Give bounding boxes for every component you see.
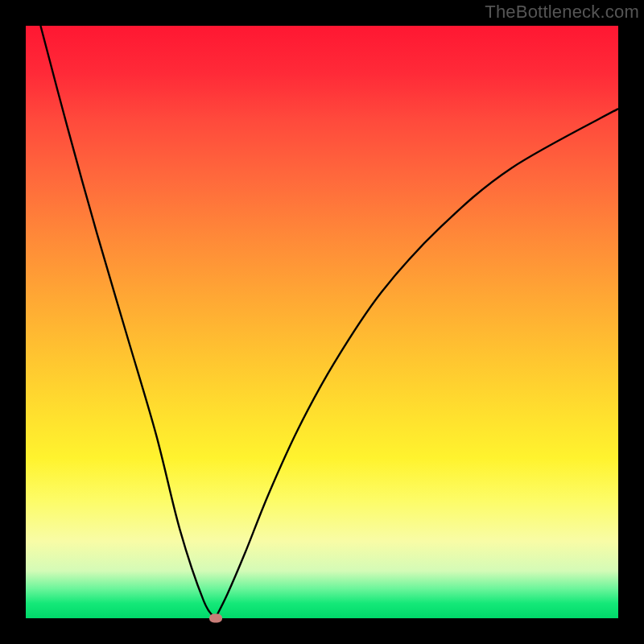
watermark-text: TheBottleneck.com: [485, 2, 639, 23]
bottleneck-curve: [26, 26, 618, 618]
curve-path: [40, 26, 618, 618]
plot-area: [26, 26, 618, 618]
min-point-marker: [209, 614, 222, 623]
chart-frame: TheBottleneck.com: [0, 0, 644, 644]
